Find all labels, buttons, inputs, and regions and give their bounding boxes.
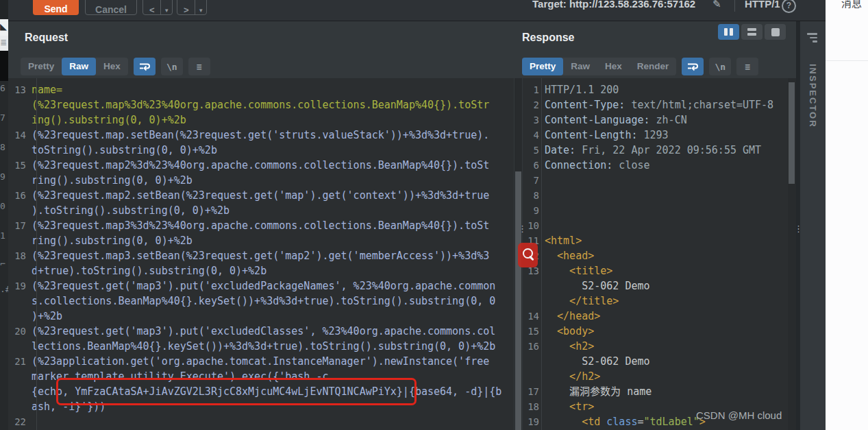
response-line: S2-062 Demo <box>523 278 788 294</box>
request-menu-button[interactable]: ≡ <box>188 58 210 75</box>
response-line: 14 </head> <box>523 309 788 324</box>
response-line: </title> <box>523 294 788 309</box>
tab-hex[interactable]: Hex <box>597 58 630 75</box>
tab-pretty[interactable]: Pretty <box>522 58 563 75</box>
request-line: d+true).toString().substring(0, 0)+%2b <box>8 263 514 278</box>
request-tab-group: PrettyRawHex <box>21 58 128 75</box>
request-line: 16(%23request.map2.setBean(%23request.ge… <box>8 188 514 203</box>
response-left-handle-dots[interactable]: ⋮ <box>518 227 522 231</box>
request-tabs: PrettyRawHex \n ≡ <box>21 58 210 75</box>
request-lines: 13name=(%23request.map%3d%23%40org.apach… <box>8 78 514 429</box>
target-url: Target: http://123.58.236.76:57162 <box>532 0 695 11</box>
toolbar-divider <box>734 0 735 12</box>
response-line: 12 <head> <box>523 248 788 263</box>
response-gutter-divider <box>541 78 542 430</box>
burp-repeater-screenshot: ◣ ≣ 678901⌐.# Send Cancel < ▼ > ▼ Target… <box>0 0 868 430</box>
response-line: 13 <title> <box>523 263 788 278</box>
response-editor[interactable]: 1HTTP/1.1 2002Content-Type: text/html;ch… <box>523 78 788 430</box>
request-line: ing().substring(0, 0)+%2b <box>8 112 514 128</box>
background-fragment: 7 <box>0 112 8 123</box>
response-right-handle-dots[interactable]: ⋮ <box>794 227 798 231</box>
request-line: toString().substring(0, 0)+%2b <box>8 143 514 158</box>
payload-highlight-box <box>56 378 417 405</box>
response-line: 11<html> <box>523 233 788 248</box>
response-line: 2Content-Type: text/html;charset=UTF-8 <box>523 97 788 112</box>
help-icon[interactable]: ? <box>782 0 796 13</box>
inspector-filter-icon <box>807 33 817 43</box>
background-fragment: 6 <box>0 83 8 94</box>
request-line: lections.BeanMap%40{}.keySet())+%3d%3d+t… <box>8 339 514 354</box>
background-fragment: 0 <box>0 201 8 212</box>
request-line: 18(%23request.map3.setBean(%23request.ge… <box>8 248 514 263</box>
send-button[interactable]: Send <box>33 0 79 15</box>
request-line: 15(%23request.map2%3d%23%40org.apache.co… <box>8 158 514 173</box>
background-strip-top <box>0 0 8 19</box>
background-fragment: 9 <box>0 171 8 182</box>
response-line: 15 <body> <box>523 324 788 339</box>
background-fragment: .# <box>0 284 8 295</box>
layout-columns-button[interactable] <box>718 24 739 40</box>
background-window-strip: ◣ ≣ 678901⌐.# <box>0 0 8 430</box>
magnifier-handle <box>529 256 534 261</box>
magnifier-annotation-icon <box>518 243 538 267</box>
response-tabs: PrettyRawHexRender \n ≡ <box>522 58 758 75</box>
back-dropdown[interactable]: ▼ <box>160 0 172 14</box>
forward-dropdown[interactable]: ▼ <box>195 0 206 14</box>
response-line: 3Content-Language: zh-CN <box>523 112 788 128</box>
response-line: S2-062 Demo <box>523 354 788 369</box>
request-line: 19(%23request.get('map3').put('excludedP… <box>8 278 514 294</box>
back-button[interactable]: < <box>143 0 160 14</box>
request-line: 17(%23request.map3%3d%23%40org.apache.co… <box>8 218 514 233</box>
background-fragment: 8 <box>0 142 8 153</box>
messages-menu-item[interactable]: 消息 <box>841 0 862 10</box>
pen-icon: ◣ <box>0 19 8 36</box>
show-newlines-toggle[interactable]: \n <box>161 58 183 75</box>
background-fragment: 1 <box>0 230 8 241</box>
background-strip-dark <box>0 51 8 81</box>
layout-buttons <box>718 24 786 40</box>
request-panel-title: Request <box>25 32 68 44</box>
tab-raw[interactable]: Raw <box>62 58 96 75</box>
response-line: 10 <box>523 218 788 233</box>
word-wrap-toggle-response[interactable] <box>682 58 704 75</box>
tab-hex[interactable]: Hex <box>96 58 128 75</box>
tab-render[interactable]: Render <box>630 58 677 75</box>
response-line: 8 <box>523 188 788 203</box>
http-version-label[interactable]: HTTP/1 <box>745 0 780 11</box>
show-newlines-toggle-response[interactable]: \n <box>709 58 731 75</box>
response-line: 5Date: Fri, 22 Apr 2022 09:56:55 GMT <box>523 143 788 158</box>
edit-target-icon[interactable]: ✎ <box>712 0 721 10</box>
response-line: 1HTTP/1.1 200 <box>523 82 788 97</box>
request-line: s.collections.BeanMap%40{}.keySet())+%3d… <box>8 294 514 309</box>
background-fragment: ⌐ <box>0 259 8 270</box>
tab-raw[interactable]: Raw <box>563 58 597 75</box>
cancel-button[interactable]: Cancel <box>85 0 137 15</box>
tab-pretty[interactable]: Pretty <box>21 58 62 75</box>
request-line: 22 <box>8 414 514 429</box>
watermark: CSDN @MH cloud <box>696 409 782 421</box>
forward-button-group: > ▼ <box>177 0 207 15</box>
response-lines: 1HTTP/1.1 2002Content-Type: text/html;ch… <box>523 78 788 429</box>
list-icon: ≣ <box>0 36 8 51</box>
response-line: 16 <h2> <box>523 339 788 354</box>
request-line: ring().substring(0, 0)+%2b <box>8 173 514 188</box>
word-wrap-toggle[interactable] <box>134 58 156 75</box>
request-line: ring().substring(0, 0)+%2b <box>8 233 514 248</box>
response-tab-group: PrettyRawHexRender <box>522 58 676 75</box>
layout-single-button[interactable] <box>765 24 786 40</box>
request-scrollbar-thumb[interactable] <box>515 171 521 430</box>
request-gutter-divider <box>36 78 37 430</box>
response-line: 9 <box>523 203 788 218</box>
response-menu-button[interactable]: ≡ <box>736 58 758 75</box>
request-line: 20(%23request.get('map3').put('excludedC… <box>8 324 514 339</box>
layout-rows-button[interactable] <box>741 24 762 40</box>
response-line: </h2> <box>523 369 788 384</box>
request-line: ).toString().substring(0, 0)+%2b <box>8 203 514 218</box>
response-scrollbar-thumb[interactable] <box>789 82 795 184</box>
inspector-bar[interactable]: INSPECTOR <box>800 21 826 430</box>
response-scrollbar[interactable] <box>788 78 796 430</box>
side-panel: 消息 <box>826 0 868 430</box>
forward-button[interactable]: > <box>177 0 195 14</box>
side-panel-divider <box>826 60 868 61</box>
request-line: 13name= <box>8 82 514 97</box>
